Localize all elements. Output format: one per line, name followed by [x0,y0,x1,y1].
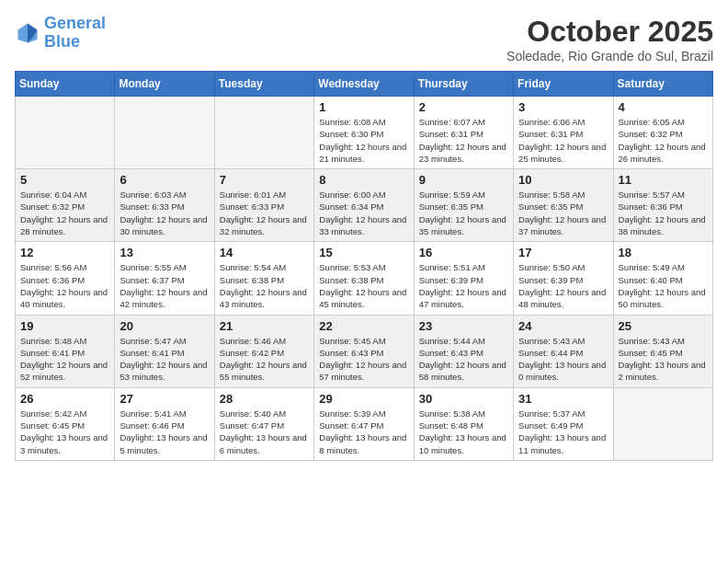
day-info: Sunrise: 5:41 AMSunset: 6:46 PMDaylight:… [119,408,209,456]
day-info: Sunrise: 5:53 AMSunset: 6:38 PMDaylight:… [319,261,408,310]
day-info: Sunrise: 5:42 AMSunset: 6:45 PMDaylight:… [20,408,109,456]
day-number: 11 [619,173,708,187]
day-info: Sunrise: 5:48 AMSunset: 6:41 PMDaylight:… [20,335,109,384]
day-number: 25 [619,319,708,333]
calendar-cell: 28Sunrise: 5:40 AMSunset: 6:47 PMDayligh… [214,387,313,460]
day-info: Sunrise: 5:37 AMSunset: 6:49 PMDaylight:… [518,408,608,456]
day-number: 24 [518,319,608,333]
day-info: Sunrise: 6:01 AMSunset: 6:33 PMDaylight:… [220,189,309,237]
day-info: Sunrise: 5:43 AMSunset: 6:45 PMDaylight:… [619,335,708,384]
day-number: 21 [220,319,309,333]
day-number: 3 [518,100,608,114]
day-number: 31 [518,392,608,406]
day-info: Sunrise: 5:44 AMSunset: 6:43 PMDaylight:… [419,335,508,384]
calendar-week-row: 5Sunrise: 6:04 AMSunset: 6:32 PMDaylight… [16,169,713,242]
calendar-cell [115,97,214,169]
calendar-cell: 20Sunrise: 5:47 AMSunset: 6:41 PMDayligh… [115,315,214,387]
day-number: 12 [20,246,109,259]
day-info: Sunrise: 5:55 AMSunset: 6:37 PMDaylight:… [119,261,209,310]
day-number: 2 [419,100,508,114]
calendar-table: SundayMondayTuesdayWednesdayThursdayFrid… [15,71,713,461]
day-number: 23 [419,319,508,333]
calendar-cell: 13Sunrise: 5:55 AMSunset: 6:37 PMDayligh… [115,242,214,315]
day-number: 15 [319,246,408,259]
calendar-cell: 12Sunrise: 5:56 AMSunset: 6:36 PMDayligh… [16,242,115,315]
calendar-cell: 23Sunrise: 5:44 AMSunset: 6:43 PMDayligh… [414,315,513,387]
day-number: 5 [20,173,109,187]
calendar-header-row: SundayMondayTuesdayWednesdayThursdayFrid… [16,72,713,97]
logo: General Blue [15,15,106,52]
day-number: 30 [419,392,508,406]
day-info: Sunrise: 5:59 AMSunset: 6:35 PMDaylight:… [419,189,508,237]
title-block: October 2025 Soledade, Rio Grande do Sul… [506,15,713,63]
column-header-sunday: Sunday [16,72,115,97]
calendar-cell: 7Sunrise: 6:01 AMSunset: 6:33 PMDaylight… [214,169,313,242]
day-info: Sunrise: 6:00 AMSunset: 6:34 PMDaylight:… [319,189,408,237]
calendar-cell: 8Sunrise: 6:00 AMSunset: 6:34 PMDaylight… [314,169,414,242]
page-header: General Blue October 2025 Soledade, Rio … [15,15,713,63]
calendar-cell: 24Sunrise: 5:43 AMSunset: 6:44 PMDayligh… [514,315,613,387]
day-info: Sunrise: 5:49 AMSunset: 6:40 PMDaylight:… [619,261,708,310]
day-number: 19 [20,319,109,333]
day-info: Sunrise: 5:45 AMSunset: 6:43 PMDaylight:… [319,335,408,384]
day-info: Sunrise: 5:51 AMSunset: 6:39 PMDaylight:… [419,261,508,310]
day-number: 27 [119,392,209,406]
day-number: 14 [220,246,309,259]
day-number: 9 [419,173,508,187]
day-number: 18 [619,246,708,259]
calendar-cell: 22Sunrise: 5:45 AMSunset: 6:43 PMDayligh… [314,315,414,387]
calendar-cell: 18Sunrise: 5:49 AMSunset: 6:40 PMDayligh… [613,242,712,315]
calendar-week-row: 1Sunrise: 6:08 AMSunset: 6:30 PMDaylight… [16,97,713,169]
day-number: 8 [319,173,408,187]
calendar-cell: 15Sunrise: 5:53 AMSunset: 6:38 PMDayligh… [314,242,414,315]
day-info: Sunrise: 5:54 AMSunset: 6:38 PMDaylight:… [220,261,309,310]
calendar-cell: 9Sunrise: 5:59 AMSunset: 6:35 PMDaylight… [414,169,513,242]
day-number: 6 [119,173,209,187]
day-number: 10 [518,173,608,187]
calendar-cell: 26Sunrise: 5:42 AMSunset: 6:45 PMDayligh… [16,387,115,460]
column-header-wednesday: Wednesday [314,72,414,97]
day-info: Sunrise: 5:39 AMSunset: 6:47 PMDaylight:… [319,408,408,456]
column-header-monday: Monday [115,72,214,97]
calendar-cell: 19Sunrise: 5:48 AMSunset: 6:41 PMDayligh… [16,315,115,387]
calendar-cell [16,97,115,169]
calendar-cell: 25Sunrise: 5:43 AMSunset: 6:45 PMDayligh… [613,315,712,387]
day-info: Sunrise: 5:57 AMSunset: 6:36 PMDaylight:… [619,189,708,237]
day-number: 16 [419,246,508,259]
calendar-cell: 31Sunrise: 5:37 AMSunset: 6:49 PMDayligh… [514,387,613,460]
calendar-cell [214,97,313,169]
day-info: Sunrise: 5:40 AMSunset: 6:47 PMDaylight:… [220,408,309,456]
day-number: 13 [119,246,209,259]
calendar-cell: 5Sunrise: 6:04 AMSunset: 6:32 PMDaylight… [16,169,115,242]
day-info: Sunrise: 6:07 AMSunset: 6:31 PMDaylight:… [419,116,508,165]
day-number: 1 [319,100,408,114]
logo-text: General Blue [44,15,106,52]
day-number: 7 [220,173,309,187]
day-info: Sunrise: 5:43 AMSunset: 6:44 PMDaylight:… [518,335,608,384]
day-info: Sunrise: 5:58 AMSunset: 6:35 PMDaylight:… [518,189,608,237]
calendar-cell: 3Sunrise: 6:06 AMSunset: 6:31 PMDaylight… [514,97,613,169]
day-info: Sunrise: 6:05 AMSunset: 6:32 PMDaylight:… [619,116,708,165]
day-info: Sunrise: 5:50 AMSunset: 6:39 PMDaylight:… [518,261,608,310]
day-info: Sunrise: 5:46 AMSunset: 6:42 PMDaylight:… [220,335,309,384]
calendar-cell: 29Sunrise: 5:39 AMSunset: 6:47 PMDayligh… [314,387,414,460]
calendar-body: 1Sunrise: 6:08 AMSunset: 6:30 PMDaylight… [16,97,713,461]
day-info: Sunrise: 6:03 AMSunset: 6:33 PMDaylight:… [119,189,209,237]
day-number: 28 [220,392,309,406]
calendar-cell: 17Sunrise: 5:50 AMSunset: 6:39 PMDayligh… [514,242,613,315]
day-info: Sunrise: 5:47 AMSunset: 6:41 PMDaylight:… [119,335,209,384]
calendar-cell: 16Sunrise: 5:51 AMSunset: 6:39 PMDayligh… [414,242,513,315]
location-subtitle: Soledade, Rio Grande do Sul, Brazil [506,49,713,63]
calendar-week-row: 12Sunrise: 5:56 AMSunset: 6:36 PMDayligh… [16,242,713,315]
day-number: 22 [319,319,408,333]
calendar-cell: 10Sunrise: 5:58 AMSunset: 6:35 PMDayligh… [514,169,613,242]
calendar-cell [613,387,712,460]
column-header-friday: Friday [514,72,613,97]
day-info: Sunrise: 6:06 AMSunset: 6:31 PMDaylight:… [518,116,608,165]
day-number: 26 [20,392,109,406]
calendar-cell: 2Sunrise: 6:07 AMSunset: 6:31 PMDaylight… [414,97,513,169]
calendar-cell: 11Sunrise: 5:57 AMSunset: 6:36 PMDayligh… [613,169,712,242]
day-info: Sunrise: 5:56 AMSunset: 6:36 PMDaylight:… [20,261,109,310]
calendar-cell: 6Sunrise: 6:03 AMSunset: 6:33 PMDaylight… [115,169,214,242]
day-number: 4 [619,100,708,114]
